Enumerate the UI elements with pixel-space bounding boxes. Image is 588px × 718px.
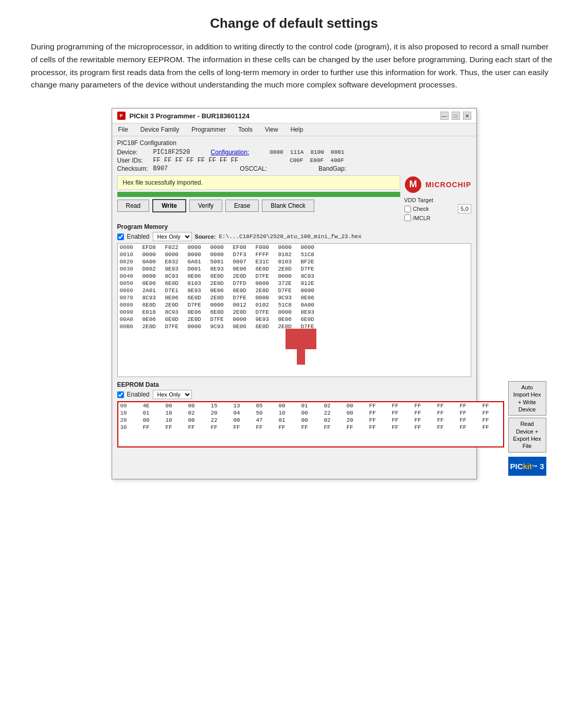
eeprom-hex-table[interactable]: 004E000015130500010200FFFFFFFFFFFF100110… <box>117 401 504 447</box>
pm-addr-cell: 00B0 <box>120 324 138 330</box>
pm-data-cell: 0012 <box>233 302 252 308</box>
eeprom-data-cell: FF <box>483 403 501 409</box>
pm-table-row: 00100000000000000000D7F3FFFF010251C8 <box>118 251 471 258</box>
pm-data-cell: D7FE <box>256 273 274 279</box>
pickit3-logo-panel: PICkit™ 3 <box>508 457 546 476</box>
read-button[interactable]: Read <box>117 200 150 212</box>
vdd-spinbox[interactable]: 5,0 <box>458 204 471 213</box>
eeprom-data-cell: FF <box>483 424 501 430</box>
pm-data-cell: 8C93 <box>165 273 184 279</box>
pm-enabled-checkbox[interactable] <box>117 234 124 240</box>
eeprom-data-cell: 00 <box>347 410 365 416</box>
pm-addr-cell: 0090 <box>120 309 138 315</box>
pm-data-cell: 51C8 <box>278 302 297 308</box>
eeprom-data-cell: FF <box>143 424 162 430</box>
pm-data-cell: E31C <box>256 259 274 265</box>
pm-table-row: 00602A01D7E18E930E066E0D2E0DD7FE0000 <box>118 287 471 294</box>
checksum-value: B907 <box>153 165 168 172</box>
write-button[interactable]: Write <box>152 199 186 212</box>
vdd-check-checkbox[interactable] <box>404 206 411 212</box>
eeprom-data-cell: FF <box>211 424 229 430</box>
pm-data-cell: 9C93 <box>210 324 229 330</box>
pm-source-label: Source: <box>195 234 216 240</box>
eeprom-data-cell: FF <box>166 424 184 430</box>
pm-data-cell: 6E0D <box>256 266 274 272</box>
eeprom-data-cell: 01 <box>301 403 320 409</box>
eeprom-data-cell: FF <box>483 417 501 423</box>
eeprom-enabled-checkbox[interactable] <box>117 391 124 398</box>
progress-bar <box>117 192 400 197</box>
svg-marker-2 <box>286 329 316 365</box>
pm-addr-cell: 0070 <box>120 295 138 301</box>
eeprom-data-cell: FF <box>369 403 388 409</box>
eeprom-data-cell: FF <box>415 424 433 430</box>
pm-data-cell: 0807 <box>233 259 252 265</box>
read-export-button[interactable]: Read Device +Export Hex File <box>508 418 546 452</box>
pm-data-cell: BF2E <box>301 259 319 265</box>
eeprom-data-cell: FF <box>415 417 433 423</box>
menu-file[interactable]: File <box>116 125 130 134</box>
pm-data-cell: D7FE <box>301 324 319 330</box>
eeprom-addr-cell: 00 <box>120 403 139 409</box>
mclr-checkbox[interactable] <box>404 214 411 221</box>
eeprom-table-row: 004E000015130500010200FFFFFFFFFFFF <box>118 402 503 409</box>
menu-programmer[interactable]: Programmer <box>189 125 228 134</box>
eeprom-data-cell: 00 <box>188 403 207 409</box>
pm-source-path: E:\...C18F2520\2520_atu_100_mini_fw_23.h… <box>219 234 362 240</box>
auto-import-button[interactable]: Auto Import Hex+ Write Device <box>508 381 546 416</box>
pm-data-cell: F000 <box>256 244 274 250</box>
pm-data-cell: 9E93 <box>165 266 184 272</box>
config-link[interactable]: Configuration: <box>211 149 250 156</box>
pm-data-cell: 0E06 <box>142 316 161 322</box>
eeprom-data-cell: 4E <box>143 403 162 409</box>
pm-data-cell: 2E0D <box>278 324 297 330</box>
menu-view[interactable]: View <box>263 125 280 134</box>
pm-mode-select[interactable]: Hex Only <box>153 232 192 241</box>
pm-addr-cell: 0010 <box>120 252 138 258</box>
pm-data-cell: 9E93 <box>256 316 274 322</box>
pm-data-cell: 6E0D <box>301 316 319 322</box>
pm-data-cell: D7E1 <box>165 288 184 294</box>
pm-data-cell: E018 <box>142 309 161 315</box>
pm-data-cell: D7FE <box>278 288 297 294</box>
vdd-check-label: Check <box>413 206 429 212</box>
blank-check-button[interactable]: Blank Check <box>262 200 314 212</box>
pm-data-cell: 6E0D <box>142 302 161 308</box>
pm-data-cell: 6E0D <box>233 288 252 294</box>
close-button[interactable]: ✕ <box>463 112 471 120</box>
eeprom-data-cell: FF <box>437 403 456 409</box>
pm-data-cell: 0E06 <box>210 288 229 294</box>
verify-button[interactable]: Verify <box>189 200 222 212</box>
pm-table-row: 0030D0029E93D0018E930E066E0D2E0DD7FE <box>118 265 471 273</box>
pm-data-cell: D7FE <box>256 309 274 315</box>
status-banner: Hex file sucessfully imported. <box>117 175 400 190</box>
pm-data-cell: 0000 <box>256 295 274 301</box>
pm-data-cell: 8C93 <box>142 295 161 301</box>
pm-hex-table[interactable]: 0000EFD8F02200000000EF00F000000000000010… <box>117 243 471 377</box>
eeprom-mode-select[interactable]: Hex Only <box>153 390 192 399</box>
pm-data-cell: D7FE <box>233 295 252 301</box>
eeprom-section-label: EEPROM Data <box>117 381 504 388</box>
pm-data-cell: 8E93 <box>188 288 206 294</box>
pm-data-cell: 2E0D <box>210 295 229 301</box>
title-bar-controls[interactable]: — □ ✕ <box>440 112 471 120</box>
menu-device-family[interactable]: Device Family <box>138 125 181 134</box>
page-title: Change of default settings <box>31 15 557 31</box>
menu-tools[interactable]: Tools <box>236 125 255 134</box>
minimize-button[interactable]: — <box>440 112 449 120</box>
userids-label: User IDs: <box>117 157 153 164</box>
pm-data-cell: F022 <box>165 244 184 250</box>
eeprom-data-cell: 00 <box>188 417 207 423</box>
pm-data-cell: D7FE <box>165 324 184 330</box>
intro-paragraph: During programming of the microprocessor… <box>31 41 557 92</box>
eeprom-left: EEPROM Data Enabled Hex Only 004E0000151… <box>117 381 504 447</box>
pm-data-cell: 0103 <box>188 280 206 286</box>
erase-button[interactable]: Erase <box>225 200 259 212</box>
vdd-value: 5,0 <box>460 206 468 212</box>
menu-help[interactable]: Help <box>289 125 306 134</box>
pm-data-cell: 0E06 <box>301 295 319 301</box>
eeprom-data-cell: 10 <box>279 410 297 416</box>
maximize-button[interactable]: □ <box>452 112 460 120</box>
eeprom-data-cell: 01 <box>143 410 162 416</box>
eeprom-data-cell: 02 <box>324 403 343 409</box>
